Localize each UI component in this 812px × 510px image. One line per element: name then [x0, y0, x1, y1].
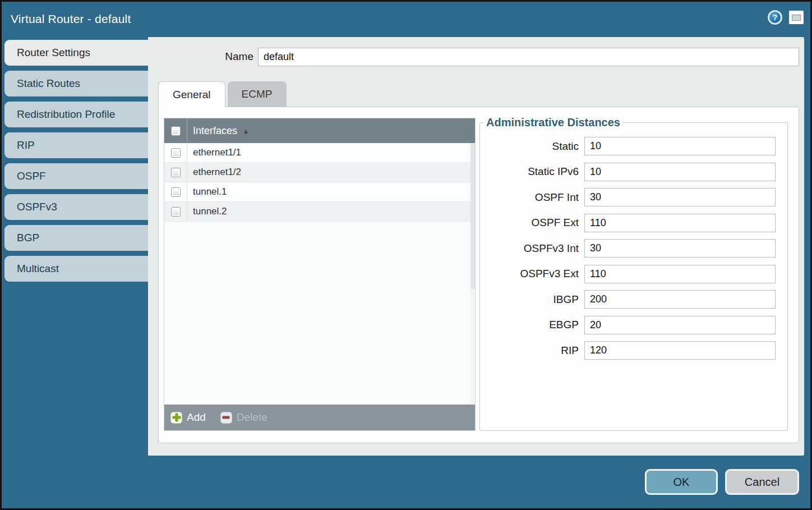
delete-button-label: Delete — [237, 411, 267, 424]
tab-ecmp[interactable]: ECMP — [228, 81, 287, 107]
restore-window-icon[interactable] — [789, 11, 804, 24]
interfaces-table: Interfaces ▲ ethernet1/1ethernet1/2tunne… — [164, 118, 476, 431]
table-row-tunnel-1[interactable]: tunnel.1 — [164, 182, 475, 202]
sidebar-item-multicast[interactable]: Multicast — [4, 256, 148, 282]
interfaces-table-footer: Add Delete — [164, 405, 475, 430]
restore-window-icon-inner — [792, 15, 801, 21]
sidebar: Router SettingsStatic RoutesRedistributi… — [4, 40, 148, 287]
ad-label-ospf-int: OSPF Int — [480, 191, 584, 204]
dialog-title: Virtual Router - default — [11, 12, 131, 26]
ad-input-ibgp[interactable] — [584, 290, 776, 309]
ad-row-ospf-ext: OSPF Ext — [480, 214, 787, 232]
delete-button[interactable]: Delete — [220, 411, 267, 424]
sidebar-item-rip[interactable]: RIP — [4, 132, 148, 158]
ad-row-ebgp: EBGP — [480, 316, 787, 334]
ad-row-static: Static — [480, 137, 787, 155]
add-button-label: Add — [187, 411, 206, 424]
sidebar-item-bgp[interactable]: BGP — [4, 225, 148, 251]
select-all-checkbox[interactable] — [171, 126, 181, 136]
sidebar-item-redistribution-profile[interactable]: Redistribution Profile — [4, 102, 148, 127]
content-area: Name GeneralECMP Interfaces ▲ ethernet1/… — [148, 37, 804, 456]
ad-input-ospfv3-int[interactable] — [584, 239, 776, 258]
row-label: ethernet1/2 — [187, 163, 241, 182]
interfaces-rows: ethernet1/1ethernet1/2tunnel.1tunnel.2 — [164, 143, 475, 405]
tabstrip: GeneralECMP — [158, 81, 287, 107]
name-label: Name — [148, 50, 258, 63]
plus-icon — [170, 412, 182, 424]
add-button[interactable]: Add — [170, 411, 206, 424]
administrative-distances-legend: Administrative Distances — [483, 116, 623, 129]
row-checkbox[interactable] — [171, 148, 181, 158]
ad-label-ospf-ext: OSPF Ext — [480, 217, 584, 229]
table-row-ethernet1-1[interactable]: ethernet1/1 — [164, 143, 475, 163]
header-checkbox-cell — [164, 118, 187, 143]
ad-label-ibgp: IBGP — [480, 293, 584, 306]
ok-button[interactable]: OK — [645, 469, 718, 495]
row-label: tunnel.2 — [187, 202, 227, 221]
help-icon[interactable]: ? — [768, 10, 782, 25]
table-row-ethernet1-2[interactable]: ethernet1/2 — [164, 163, 475, 182]
ad-label-rip: RIP — [480, 344, 584, 357]
ad-row-ospf-int: OSPF Int — [480, 188, 787, 206]
ad-input-static-ipv6[interactable] — [584, 163, 776, 181]
titlebar-icons: ? — [768, 10, 804, 25]
row-checkbox-cell — [164, 143, 187, 162]
ad-row-static-ipv6: Static IPv6 — [480, 163, 787, 181]
row-label: tunnel.1 — [187, 182, 227, 201]
ad-label-ospfv3-int: OSPFv3 Int — [480, 242, 584, 255]
row-checkbox[interactable] — [171, 187, 181, 197]
ad-input-ospfv3-ext[interactable] — [584, 265, 776, 283]
interfaces-table-header: Interfaces ▲ — [164, 118, 475, 143]
interfaces-column-label: Interfaces — [193, 125, 237, 137]
scrollbar-track[interactable] — [470, 143, 475, 405]
titlebar: Virtual Router - default ? — [2, 2, 810, 36]
general-tab-panel: Interfaces ▲ ethernet1/1ethernet1/2tunne… — [158, 107, 799, 443]
sidebar-item-router-settings[interactable]: Router Settings — [4, 40, 149, 66]
row-checkbox-cell — [164, 202, 187, 221]
table-row-tunnel-2[interactable]: tunnel.2 — [164, 202, 475, 222]
tab-general[interactable]: General — [158, 81, 225, 107]
ad-input-rip[interactable] — [584, 341, 776, 360]
sort-ascending-icon: ▲ — [242, 127, 250, 135]
row-checkbox-cell — [164, 182, 187, 201]
administrative-distances-fieldset: Administrative Distances StaticStatic IP… — [479, 116, 788, 431]
minus-icon — [220, 412, 232, 424]
ad-row-ibgp: IBGP — [480, 290, 787, 309]
ad-row-ospfv3-ext: OSPFv3 Ext — [480, 265, 787, 283]
scrollbar-thumb[interactable] — [470, 143, 475, 289]
ad-input-static[interactable] — [584, 137, 776, 155]
administrative-distances-rows: StaticStatic IPv6OSPF IntOSPF ExtOSPFv3 … — [480, 137, 787, 360]
row-checkbox[interactable] — [171, 207, 181, 217]
ad-label-static: Static — [480, 140, 584, 153]
cancel-button[interactable]: Cancel — [725, 469, 799, 495]
row-checkbox-cell — [164, 163, 187, 182]
row-checkbox[interactable] — [171, 168, 181, 177]
ad-label-static-ipv6: Static IPv6 — [480, 166, 584, 178]
interfaces-column-header[interactable]: Interfaces ▲ — [187, 118, 250, 143]
ad-row-ospfv3-int: OSPFv3 Int — [480, 239, 787, 258]
sidebar-item-static-routes[interactable]: Static Routes — [4, 71, 148, 97]
ad-label-ospfv3-ext: OSPFv3 Ext — [480, 268, 584, 280]
ad-row-rip: RIP — [480, 341, 787, 360]
sidebar-item-ospfv3[interactable]: OSPFv3 — [4, 194, 148, 220]
ad-input-ebgp[interactable] — [584, 316, 776, 334]
ad-input-ospf-int[interactable] — [584, 188, 776, 206]
row-label: ethernet1/1 — [187, 143, 241, 162]
name-input[interactable] — [258, 48, 799, 66]
sidebar-item-ospf[interactable]: OSPF — [4, 163, 148, 189]
ad-input-ospf-ext[interactable] — [584, 214, 776, 232]
virtual-router-dialog: Virtual Router - default ? Router Settin… — [0, 0, 812, 510]
ad-label-ebgp: EBGP — [480, 319, 584, 331]
name-row: Name — [148, 47, 804, 66]
